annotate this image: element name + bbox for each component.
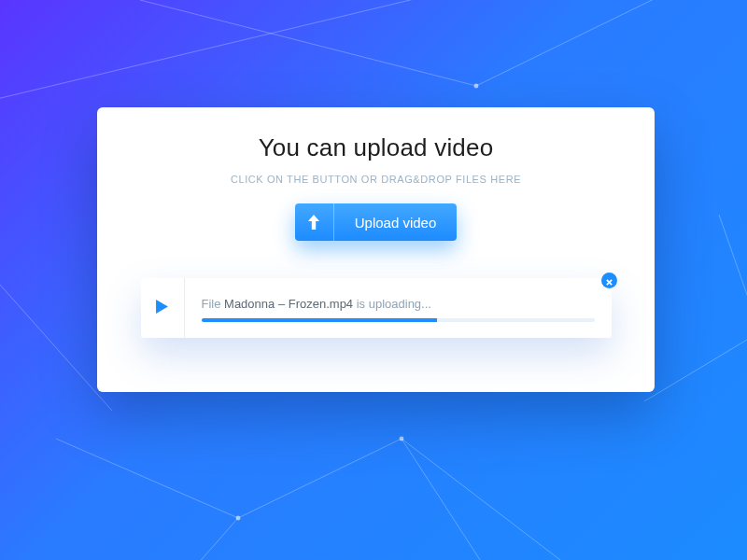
svg-line-11 xyxy=(0,243,112,411)
upload-subtitle: CLICK ON THE BUTTON OR DRAG&DROP FILES H… xyxy=(231,174,521,185)
upload-title: You can upload video xyxy=(259,133,494,162)
svg-point-3 xyxy=(474,84,478,88)
svg-point-9 xyxy=(400,437,403,441)
svg-point-10 xyxy=(236,516,240,520)
close-icon xyxy=(606,273,613,289)
svg-line-5 xyxy=(238,439,402,518)
svg-line-0 xyxy=(0,0,644,103)
svg-line-1 xyxy=(140,0,476,86)
play-icon xyxy=(156,300,168,317)
upload-video-button[interactable]: Upload video xyxy=(295,203,458,241)
svg-line-7 xyxy=(168,518,238,560)
play-button[interactable] xyxy=(141,278,184,338)
file-suffix: is uploading... xyxy=(353,297,431,311)
upload-progress-fill xyxy=(202,318,438,322)
uploading-file-row: File Madonna – Frozen.mp4 is uploading..… xyxy=(141,278,612,338)
svg-line-13 xyxy=(644,317,747,401)
svg-line-12 xyxy=(719,215,747,401)
svg-line-8 xyxy=(402,439,504,560)
svg-line-4 xyxy=(402,439,560,560)
cancel-upload-button[interactable] xyxy=(601,273,617,288)
uploading-file-container: File Madonna – Frozen.mp4 is uploading..… xyxy=(141,278,612,338)
file-info: File Madonna – Frozen.mp4 is uploading..… xyxy=(185,278,612,338)
upload-progress-bar xyxy=(202,318,595,322)
file-status-text: File Madonna – Frozen.mp4 is uploading..… xyxy=(202,297,595,311)
file-name: Madonna – Frozen.mp4 xyxy=(224,297,353,311)
upload-arrow-icon xyxy=(295,203,334,241)
upload-video-button-label: Upload video xyxy=(334,203,458,241)
upload-card[interactable]: You can upload video CLICK ON THE BUTTON… xyxy=(97,107,655,392)
svg-line-2 xyxy=(476,0,728,86)
file-prefix: File xyxy=(202,297,225,311)
svg-line-6 xyxy=(56,439,238,518)
